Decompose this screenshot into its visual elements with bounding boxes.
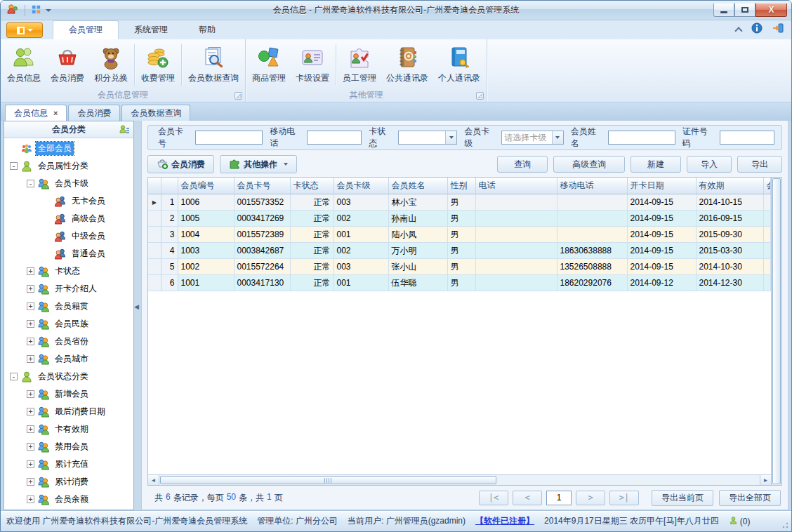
chevron-down-icon[interactable] [46, 9, 51, 12]
column-header[interactable]: 开卡日期 [627, 178, 696, 194]
ribbon-tab-help[interactable]: 帮助 [183, 21, 231, 39]
export-all-pages-button[interactable]: 导出全部页 [719, 490, 781, 506]
tree-expand-toggle-icon[interactable]: + [27, 338, 34, 345]
tree-item[interactable]: +禁用会员 [4, 438, 133, 455]
tree-expand-toggle-icon[interactable]: + [27, 496, 34, 503]
ribbon-button-card-level-settings[interactable]: 卡级设置 [291, 41, 334, 88]
column-header[interactable]: 移动电话 [557, 178, 627, 194]
prev-page-button[interactable]: < [513, 491, 542, 505]
export-button[interactable]: 导出 [737, 156, 782, 173]
member-name-input[interactable] [608, 131, 675, 145]
registered-link[interactable]: 【软件已注册】 [475, 515, 534, 527]
ribbon-button-member-info[interactable]: 会员信息 [2, 41, 46, 88]
minimize-button[interactable] [713, 4, 734, 17]
column-header[interactable]: 有效期 [696, 178, 763, 194]
tree-expand-toggle-icon[interactable]: + [27, 425, 34, 433]
tree-item[interactable]: +会员籍贯 [4, 298, 133, 315]
tree-expand-toggle-icon[interactable]: + [27, 320, 34, 328]
layout-grid-icon[interactable] [31, 4, 41, 17]
scroll-left-icon[interactable]: ◄ [148, 475, 159, 485]
dialog-launcher-icon[interactable]: ◿ [235, 92, 242, 100]
tree-item[interactable]: -会员卡级 [4, 175, 133, 192]
tree-item[interactable]: +会员城市 [4, 350, 133, 368]
sidebar-splitter[interactable]: ◀ [134, 121, 138, 510]
tree-expand-toggle-icon[interactable]: + [27, 302, 34, 310]
vertical-scrollbar[interactable] [771, 178, 781, 485]
page-number-input[interactable] [546, 491, 572, 505]
ribbon-button-goods-mgmt[interactable]: 商品管理 [247, 41, 291, 88]
vscroll-thumb[interactable] [772, 178, 781, 484]
first-page-button[interactable]: |< [479, 491, 508, 505]
column-header[interactable]: 电话 [475, 178, 557, 194]
locate-member-icon[interactable] [119, 124, 130, 138]
column-header[interactable]: 会员 [763, 178, 771, 194]
scroll-right-icon[interactable]: ► [760, 475, 771, 485]
table-row[interactable]: 610010003417130正常001伍华聪男186202920762014-… [148, 275, 771, 291]
tree-expand-toggle-icon[interactable]: + [27, 355, 34, 363]
doc-tab-member-consume[interactable]: 会员消费 [68, 105, 120, 121]
doc-tab-member-info[interactable]: 会员信息 × [5, 105, 67, 121]
dropdown-button[interactable] [552, 131, 563, 144]
column-header[interactable]: 性别 [447, 178, 475, 194]
tree-item[interactable]: +会员民族 [4, 315, 133, 333]
ribbon-button-public-addressbook[interactable]: 公共通讯录 [381, 41, 433, 88]
table-row[interactable]: 210050003417269正常002孙南山男2014-09-152016-0… [148, 211, 771, 227]
tree-expand-toggle-icon[interactable]: + [27, 460, 34, 468]
tree-item[interactable]: -会员属性分类 [4, 157, 133, 175]
import-button[interactable]: 导入 [687, 156, 732, 173]
ribbon-button-member-data-query[interactable]: 会员数据查询 [183, 41, 244, 88]
dropdown-button[interactable] [445, 131, 456, 144]
tree-item[interactable]: 普通会员 [4, 245, 133, 262]
tree-item[interactable]: +会员省份 [4, 333, 133, 350]
tree-expand-toggle-icon[interactable]: + [27, 408, 34, 415]
tree-item[interactable]: +开卡介绍人 [4, 280, 133, 298]
tree-item[interactable]: +最后消费日期 [4, 403, 133, 420]
advanced-query-button[interactable]: 高级查询 [553, 156, 625, 173]
id-no-input[interactable] [720, 131, 774, 145]
export-current-page-button[interactable]: 导出当前页 [652, 490, 713, 506]
tree-item[interactable]: 高级会员 [4, 210, 133, 227]
tree-item[interactable]: +累计消费 [4, 473, 133, 491]
tree-item[interactable]: +会员余额 [4, 491, 133, 508]
resize-grip[interactable] [781, 521, 789, 529]
ribbon-button-staff-mgmt[interactable]: 员工管理 [338, 41, 381, 88]
ribbon-button-fee-mgmt[interactable]: 收费管理 [136, 41, 180, 88]
collapse-sidebar-icon[interactable]: ◀ [134, 303, 139, 310]
tree-item[interactable]: +卡状态 [4, 262, 133, 280]
table-row[interactable]: 410030003842687正常002万小明男186306388882014-… [148, 243, 771, 259]
table-row[interactable]: 310040015572389正常001陆小凤男2014-09-152015-0… [148, 227, 771, 243]
close-tab-icon[interactable]: × [53, 109, 58, 117]
exit-switch-icon[interactable] [772, 22, 784, 36]
column-header[interactable]: 会员卡号 [234, 178, 290, 194]
ribbon-tab-member-mgmt[interactable]: 会员管理 [53, 20, 119, 39]
maximize-button[interactable] [734, 4, 755, 17]
last-page-button[interactable]: >| [609, 491, 639, 505]
ribbon-button-member-consume[interactable]: 会员消费 [46, 41, 89, 88]
column-header[interactable]: 会员姓名 [388, 178, 447, 194]
tree-expand-toggle-icon[interactable]: + [27, 285, 34, 293]
member-consume-button[interactable]: 会员消费 [147, 155, 214, 173]
column-header[interactable]: 会员卡级 [334, 178, 388, 194]
horizontal-scrollbar[interactable]: ◄ ► [148, 474, 771, 485]
application-menu-button[interactable] [6, 22, 43, 38]
mobile-input[interactable] [307, 131, 362, 145]
card-no-input[interactable] [195, 131, 263, 145]
table-row[interactable]: ▶110060015573352正常003林小宝男2014-09-152014-… [148, 194, 771, 211]
tree-item[interactable]: -会员状态分类 [4, 368, 133, 385]
tree-item[interactable]: +新增会员 [4, 385, 133, 403]
tree-expand-toggle-icon[interactable]: + [27, 478, 34, 486]
tree-expand-toggle-icon[interactable]: + [27, 390, 34, 398]
info-icon[interactable] [751, 22, 763, 36]
other-operations-button[interactable]: 其他操作 [220, 155, 297, 173]
tree-item[interactable]: 全部会员 [4, 140, 133, 157]
tree-item[interactable]: +卡有效期 [4, 420, 133, 438]
collapse-ribbon-icon[interactable] [734, 27, 742, 34]
new-button[interactable]: 新建 [631, 156, 681, 173]
column-header[interactable]: 会员编号 [178, 178, 234, 194]
doc-tab-member-data-query[interactable]: 会员数据查询 [121, 105, 190, 121]
tree-item[interactable]: 无卡会员 [4, 192, 133, 210]
dialog-launcher-icon[interactable]: ◿ [476, 92, 484, 100]
ribbon-button-personal-addressbook[interactable]: 个人通讯录 [433, 41, 485, 88]
ribbon-button-points-exchange[interactable]: 积分兑换 [89, 41, 133, 88]
tree-expand-toggle-icon[interactable]: - [10, 162, 18, 170]
